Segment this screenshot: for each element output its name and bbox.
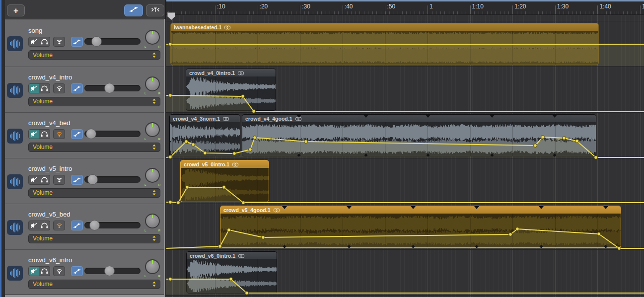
track-lanes[interactable]: iwannabesedated.1crowd_v4_0intro.1crowd_… [166,14,644,297]
waveform [170,122,240,156]
pan-control: LR [144,214,160,233]
solo-button[interactable] [39,83,50,93]
volume-slider[interactable] [84,38,141,45]
automation-mode-button[interactable] [71,221,83,230]
add-track-button[interactable]: + [7,4,25,16]
input-monitor-button[interactable] [53,129,65,139]
automation-mode-button[interactable] [71,83,83,93]
mute-button[interactable] [28,266,39,276]
audio-region-crowd-v4-0intro-1[interactable]: crowd_v4_0intro.1 [186,69,276,111]
track-icon[interactable] [7,129,23,144]
audio-region-crowd-v6-0intro-1[interactable]: crowd_v6_0intro.1 [186,251,277,294]
lane-separator [166,158,644,158]
input-monitor-button[interactable] [53,83,65,93]
region-header: crowd_v5_0intro.1 [181,160,269,168]
automation-parameter-value: Volume [33,281,152,288]
solo-button[interactable] [39,266,50,276]
region-header: crowd_v6_0intro.1 [187,252,277,259]
region-label: crowd_v5_4good.1 [223,207,271,213]
mute-button[interactable] [28,129,39,139]
pan-right-label: R [158,45,160,48]
volume-slider[interactable] [84,268,141,274]
automation-mode-button[interactable] [71,37,83,47]
solo-button[interactable] [39,129,50,139]
pan-knob[interactable] [145,76,160,91]
automation-parameter-dropdown[interactable]: Volume [28,188,160,198]
track-header-row-crowd_v5_bed[interactable]: crowd_v5_bedLRVolume [0,204,166,249]
pan-left-label: L [144,92,146,95]
automation-mode-button[interactable] [71,129,83,139]
pan-control: LR [144,76,160,96]
track-header-row-song[interactable]: songLRVolume [0,19,166,67]
pan-knob[interactable] [145,214,160,228]
volume-slider-knob[interactable] [86,129,96,139]
automation-parameter-dropdown[interactable]: Volume [28,97,160,106]
pan-right-label: R [158,275,160,278]
audio-region-crowd-v5-0intro-1[interactable]: crowd_v5_0intro.1 [180,160,269,202]
mute-button[interactable] [28,37,39,47]
pan-knob[interactable] [145,122,160,137]
input-monitor-button[interactable] [53,266,65,276]
automation-parameter-value: Volume [33,189,152,196]
automation-mode-button[interactable] [71,175,83,185]
mute-button[interactable] [28,83,39,93]
region-header: iwannabesedated.1 [171,23,598,31]
automation-parameter-dropdown[interactable]: Volume [28,50,160,60]
audio-region-crowd-v4-4good-1[interactable]: crowd_v4_4good.1 [242,114,596,156]
volume-slider-knob[interactable] [104,266,115,276]
stereo-icon [224,23,231,31]
track-waveform-icon [9,131,21,141]
track-icon[interactable] [7,174,23,189]
volume-slider[interactable] [84,176,141,183]
solo-button[interactable] [39,221,50,230]
panel-left-rail [1,0,5,297]
track-header-row-crowd_v5_intro[interactable]: crowd_v5_introLRVolume [0,158,166,204]
volume-slider[interactable] [84,131,141,137]
lane-separator [166,295,644,296]
mute-button[interactable] [28,221,39,230]
track-list: songLRVolumecrowd_v4_introLRVolumecrowd_… [0,19,166,295]
pan-knob[interactable] [145,168,160,183]
volume-slider-knob[interactable] [89,220,100,230]
solo-button[interactable] [39,37,50,47]
volume-slider[interactable] [84,85,141,91]
input-monitor-button[interactable] [53,175,65,185]
volume-slider[interactable] [84,222,141,228]
volume-slider-knob[interactable] [104,83,115,93]
pan-knob[interactable] [145,30,160,45]
track-icon[interactable] [7,266,23,281]
automation-parameter-dropdown[interactable]: Volume [28,143,160,152]
show-automation-button[interactable] [124,4,143,16]
dropdown-chevrons-icon [152,190,156,196]
mute-button[interactable] [28,175,39,185]
daw-arrange-window: + songLRVolumecrowd_v4_introLRVolumecrow… [0,0,644,297]
ruler-gridline [343,5,343,14]
track-icon[interactable] [7,220,23,235]
ruler-label: 1 [429,3,433,10]
audio-region-iwannabesedated-1[interactable]: iwannabesedated.1 [170,23,599,65]
automation-parameter-dropdown[interactable]: Volume [28,234,160,243]
automation-parameter-dropdown[interactable]: Volume [28,280,160,289]
track-header-row-crowd_v4_intro[interactable]: crowd_v4_introLRVolume [0,67,166,112]
audio-region-crowd-v4-3norm-1[interactable]: crowd_v4_3norm.1 [169,114,240,156]
ruler-label: :50 [387,3,395,10]
track-icon[interactable] [7,36,23,51]
pan-left-label: L [144,229,146,232]
audio-region-crowd-v5-4good-1[interactable]: crowd_v5_4good.1 [220,206,621,248]
track-header-row-crowd_v6_intro[interactable]: crowd_v6_introLRVolume [0,249,166,295]
automation-mode-button[interactable] [71,266,83,276]
input-monitor-button[interactable] [53,221,65,230]
track-header-row-crowd_v4_bed[interactable]: crowd_v4_bedLRVolume [0,112,166,158]
track-icon[interactable] [7,83,23,98]
window-blue-edge [166,0,644,1]
pan-knob[interactable] [145,259,160,274]
input-monitor-button[interactable] [53,37,65,47]
ruler-gridline [300,5,300,14]
solo-button[interactable] [39,175,50,185]
timeline-ruler[interactable]: :10:20:30:40:5011:101:201:301:401:50 [166,0,644,15]
region-label: crowd_v5_0intro.1 [184,161,229,167]
catch-playhead-button[interactable] [146,4,164,16]
volume-slider-knob[interactable] [87,174,98,185]
volume-slider-knob[interactable] [91,36,102,47]
track-name: crowd_v4_bed [28,119,71,127]
